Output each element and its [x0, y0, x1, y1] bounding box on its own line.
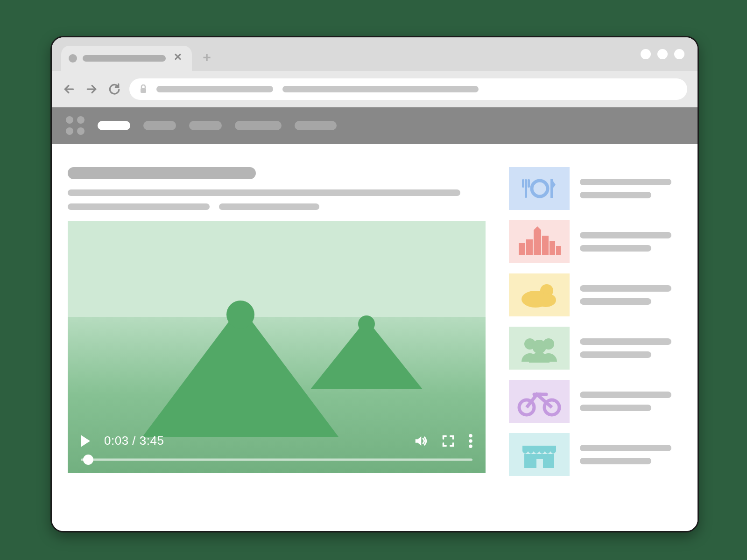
svg-rect-26	[522, 446, 556, 451]
sidebar-item-text	[580, 445, 682, 464]
video-player[interactable]: 0:03 / 3:45	[68, 221, 486, 473]
main-column: 0:03 / 3:45	[68, 167, 486, 531]
svg-point-22	[532, 340, 546, 354]
dining-icon	[509, 167, 570, 210]
sidebar-item[interactable]	[509, 433, 682, 476]
page-content: 0:03 / 3:45	[52, 144, 698, 531]
window-control-dot[interactable]	[674, 49, 684, 59]
fullscreen-icon	[442, 434, 455, 448]
url-segment	[282, 86, 479, 92]
video-controls: 0:03 / 3:45	[68, 434, 486, 473]
svg-rect-12	[534, 230, 541, 255]
video-time: 0:03 / 3:45	[104, 434, 164, 448]
nav-item[interactable]	[189, 121, 222, 130]
weather-icon	[509, 273, 570, 316]
svg-rect-11	[526, 239, 533, 255]
sidebar-item[interactable]	[509, 167, 682, 210]
more-options-button[interactable]	[469, 434, 472, 448]
svg-point-5	[469, 444, 472, 448]
fullscreen-button[interactable]	[442, 434, 455, 448]
browser-toolbar	[52, 71, 698, 107]
back-button[interactable]	[62, 82, 76, 96]
people-icon	[509, 327, 570, 370]
svg-rect-15	[550, 241, 555, 255]
video-progress[interactable]	[81, 456, 472, 463]
svg-rect-27	[536, 459, 543, 468]
more-vertical-icon	[469, 434, 472, 448]
site-header	[52, 107, 698, 144]
svg-point-4	[469, 439, 472, 443]
nav-item[interactable]	[143, 121, 176, 130]
arrow-right-icon	[85, 83, 98, 95]
svg-rect-16	[556, 246, 561, 255]
text-line	[68, 189, 460, 196]
city-icon	[509, 220, 570, 263]
browser-tab[interactable]: ×	[61, 46, 192, 71]
sidebar-item-text	[580, 179, 682, 198]
storefront-icon	[509, 433, 570, 476]
sidebar-item[interactable]	[509, 220, 682, 263]
sidebar-item[interactable]	[509, 273, 682, 316]
sidebar-item-text	[580, 232, 682, 252]
svg-point-9	[532, 181, 548, 196]
nav-item[interactable]	[295, 121, 337, 130]
svg-point-3	[469, 434, 472, 438]
nav-item[interactable]	[235, 121, 282, 130]
bicycle-icon	[509, 380, 570, 423]
volume-button[interactable]	[414, 434, 428, 448]
browser-window: × +	[50, 36, 699, 532]
svg-rect-7	[522, 179, 524, 188]
svg-marker-13	[534, 226, 541, 230]
sidebar-item-text	[580, 285, 682, 305]
reload-icon	[108, 83, 120, 95]
text-line-row	[68, 203, 486, 210]
tab-strip: × +	[52, 37, 698, 71]
svg-rect-2	[141, 88, 146, 93]
close-tab-button[interactable]: ×	[171, 52, 184, 65]
lock-icon	[140, 84, 147, 94]
page-title-placeholder	[68, 167, 256, 179]
forward-button[interactable]	[85, 82, 99, 96]
progress-track	[81, 459, 472, 461]
new-tab-button[interactable]: +	[200, 51, 213, 64]
svg-rect-14	[542, 236, 549, 255]
svg-point-19	[536, 293, 556, 307]
window-control-dot[interactable]	[657, 49, 668, 59]
progress-knob[interactable]	[83, 455, 93, 465]
volume-icon	[414, 434, 428, 448]
tab-favicon	[69, 54, 77, 63]
sidebar-item[interactable]	[509, 380, 682, 423]
play-button[interactable]	[81, 435, 90, 447]
site-logo[interactable]	[66, 116, 85, 135]
reload-button[interactable]	[107, 82, 121, 96]
sidebar-item-text	[580, 392, 682, 411]
svg-rect-8	[528, 179, 530, 188]
nav-item-active[interactable]	[98, 121, 130, 130]
sidebar-item-text	[580, 338, 682, 358]
window-control-dot[interactable]	[641, 49, 651, 59]
window-controls	[641, 49, 684, 59]
sidebar	[509, 167, 682, 531]
arrow-left-icon	[63, 83, 75, 95]
tab-title-placeholder	[83, 55, 166, 62]
sidebar-item[interactable]	[509, 327, 682, 370]
svg-rect-6	[525, 179, 527, 198]
url-segment	[156, 86, 273, 92]
hill-icon	[142, 306, 338, 437]
svg-rect-10	[519, 243, 525, 255]
address-bar[interactable]	[129, 78, 687, 100]
